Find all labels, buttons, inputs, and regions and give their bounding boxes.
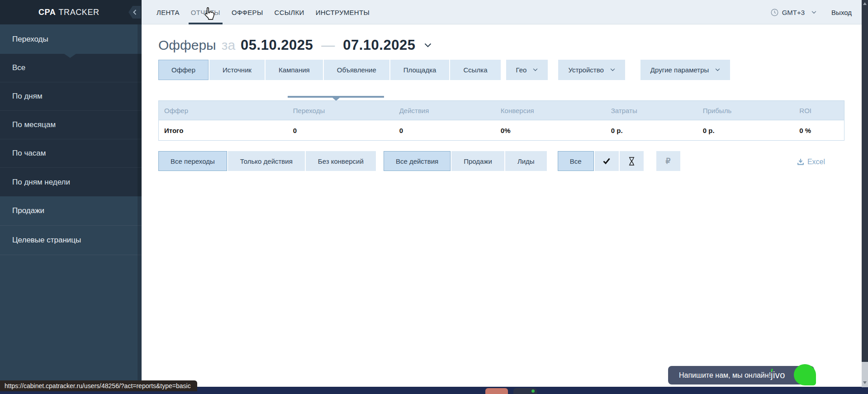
browser-status-url: https://cabinet.cpatracker.ru/users/4825… <box>0 380 197 391</box>
column-header-deystviya[interactable]: Действия <box>394 101 495 120</box>
report-title: Офферы за 05.10.2025 — 07.10.2025 <box>158 37 432 53</box>
sidebar-subitem-vse[interactable]: Все <box>0 54 142 82</box>
taskbar-item[interactable] <box>513 388 537 394</box>
sidebar-subitem-po-dnyam-nedeli[interactable]: По дням недели <box>0 168 142 196</box>
nav-tab-otchety[interactable]: ОТЧЕТЫ <box>191 0 220 24</box>
chat-message: Напишите нам, мы онлайн! <box>679 371 771 380</box>
chat-widget[interactable]: Напишите нам, мы онлайн! jivo <box>668 366 814 385</box>
excel-label: Excel <box>807 158 825 166</box>
date-dash: — <box>321 38 335 53</box>
cpa-tracker-app: CPA TRACKER ЛЕНТА ОТЧЕТЫ ОФФЕРЫ ССЫЛКИ И… <box>0 0 868 394</box>
table-row-total: Итого 0 0 0% 0 р. 0 р. 0 % <box>159 120 844 140</box>
chevron-down-icon <box>811 11 816 14</box>
timezone-selector[interactable]: GMT+3 <box>771 9 816 16</box>
filter-bez-konversiy[interactable]: Без конверсий <box>306 151 376 171</box>
clock-icon <box>771 9 778 16</box>
dimension-tabs: Оффер Источник Кампания Объявление Площа… <box>158 60 730 80</box>
sidebar-item-perekhody[interactable]: Переходы <box>0 24 142 54</box>
ruble-icon: ₽ <box>666 157 671 166</box>
total-perekhody: 0 <box>288 120 394 140</box>
filter-vse-deystviya[interactable]: Все действия <box>384 151 451 171</box>
sort-indicator <box>288 96 384 98</box>
chevron-down-icon <box>715 68 720 71</box>
date-range-chevron-down-icon[interactable] <box>424 43 432 47</box>
total-pribyl: 0 р. <box>697 120 794 140</box>
jivo-logo: jivo <box>771 370 785 380</box>
tab-obyavlenie[interactable]: Объявление <box>324 60 389 80</box>
nav-tab-ssylki[interactable]: ССЫЛКИ <box>275 0 304 24</box>
sidebar-subitem-po-mesyatsam[interactable]: По месяцам <box>0 111 142 139</box>
dropdown-drugie-parametry[interactable]: Другие параметры <box>640 60 730 80</box>
dropdown-geo[interactable]: Гео <box>506 60 548 80</box>
filter-group-actions: Все действия Продажи Лиды <box>384 151 548 171</box>
tab-kampaniya[interactable]: Кампания <box>266 60 323 80</box>
sidebar-subitem-po-chasam[interactable]: По часам <box>0 139 142 168</box>
logo-bold: CPA <box>38 8 56 17</box>
total-zatraty: 0 р. <box>606 120 697 140</box>
hourglass-icon <box>628 157 635 166</box>
date-from[interactable]: 05.10.2025 <box>241 37 313 53</box>
nav-tab-instrumenty[interactable]: ИНСТРУМЕНТЫ <box>316 0 370 24</box>
filters-row: Все переходы Только действия Без конверс… <box>158 151 681 171</box>
filter-lidy[interactable]: Лиды <box>505 151 547 171</box>
nav-tab-lenta[interactable]: ЛЕНТА <box>157 0 180 24</box>
top-nav: ЛЕНТА ОТЧЕТЫ ОФФЕРЫ ССЫЛКИ ИНСТРУМЕНТЫ <box>157 0 370 24</box>
timezone-label: GMT+3 <box>782 9 805 16</box>
report-entity: Офферы <box>158 38 216 53</box>
sidebar-submenu: Все По дням По месяцам По часам По дням … <box>0 54 142 196</box>
filter-pending[interactable] <box>620 151 644 171</box>
sidebar: Переходы Все По дням По месяцам По часам… <box>0 24 142 394</box>
filter-prodazhi[interactable]: Продажи <box>451 151 504 171</box>
page-scrollbar[interactable] <box>862 0 868 387</box>
filter-group-traffic: Все переходы Только действия Без конверс… <box>158 151 377 171</box>
column-header-roi[interactable]: ROI <box>794 101 844 120</box>
sidebar-item-tselevye-stranitsy[interactable]: Целевые страницы <box>0 226 142 255</box>
tab-ssylka[interactable]: Ссылка <box>450 60 500 80</box>
header-right: GMT+3 Выход <box>771 0 852 24</box>
column-header-konversiya[interactable]: Конверсия <box>495 101 606 120</box>
filter-group-status: Все <box>558 151 645 171</box>
report-table: Оффер Переходы Действия Конверсия Затрат… <box>158 100 844 141</box>
taskbar-item[interactable] <box>485 388 508 394</box>
sidebar-subitem-po-dnyam[interactable]: По дням <box>0 82 142 111</box>
filter-ruble[interactable]: ₽ <box>656 151 680 171</box>
logo-rest: TRACKER <box>58 8 99 17</box>
jivo-leaf-icon <box>794 364 816 385</box>
column-header-perekhody[interactable]: Переходы <box>288 101 394 120</box>
download-icon <box>797 158 804 166</box>
submenu-notch <box>64 54 76 58</box>
status-dot <box>531 389 535 393</box>
report-preposition: за <box>222 38 235 53</box>
scroll-down-arrow-icon[interactable] <box>863 381 867 384</box>
filter-group-currency: ₽ <box>656 151 681 171</box>
filter-vse-perekhody[interactable]: Все переходы <box>158 151 227 171</box>
sidebar-divider <box>0 255 142 255</box>
filter-confirmed[interactable] <box>595 151 619 171</box>
total-label: Итого <box>159 120 288 140</box>
dropdown-ustroystvo[interactable]: Устройство <box>558 60 625 80</box>
chevron-left-icon <box>133 9 137 15</box>
export-excel-link[interactable]: Excel <box>797 158 825 166</box>
scroll-up-arrow-icon <box>863 2 867 5</box>
tab-offer[interactable]: Оффер <box>158 60 209 80</box>
app-logo: CPA TRACKER <box>0 0 142 24</box>
tab-istochnik[interactable]: Источник <box>209 60 265 80</box>
chevron-down-icon <box>610 68 615 71</box>
scrollbar-thumb[interactable] <box>862 7 868 362</box>
check-icon <box>603 158 610 164</box>
main-content: Офферы за 05.10.2025 — 07.10.2025 Оффер … <box>142 24 862 394</box>
table-header-row: Оффер Переходы Действия Конверсия Затрат… <box>159 101 844 120</box>
filter-vse[interactable]: Все <box>558 151 594 171</box>
nav-tab-offery[interactable]: ОФФЕРЫ <box>232 0 263 24</box>
tab-ploshchadka[interactable]: Площадка <box>390 60 450 80</box>
column-header-offer[interactable]: Оффер <box>159 101 288 120</box>
sidebar-item-prodazhi[interactable]: Продажи <box>0 196 142 225</box>
date-to[interactable]: 07.10.2025 <box>343 37 415 53</box>
total-konversiya: 0% <box>495 120 606 140</box>
column-header-pribyl[interactable]: Прибыль <box>697 101 794 120</box>
column-header-zatraty[interactable]: Затраты <box>606 101 697 120</box>
logout-link[interactable]: Выход <box>831 9 852 16</box>
chevron-down-icon <box>533 68 538 71</box>
total-roi: 0 % <box>794 120 844 140</box>
filter-tolko-deystviya[interactable]: Только действия <box>228 151 305 171</box>
